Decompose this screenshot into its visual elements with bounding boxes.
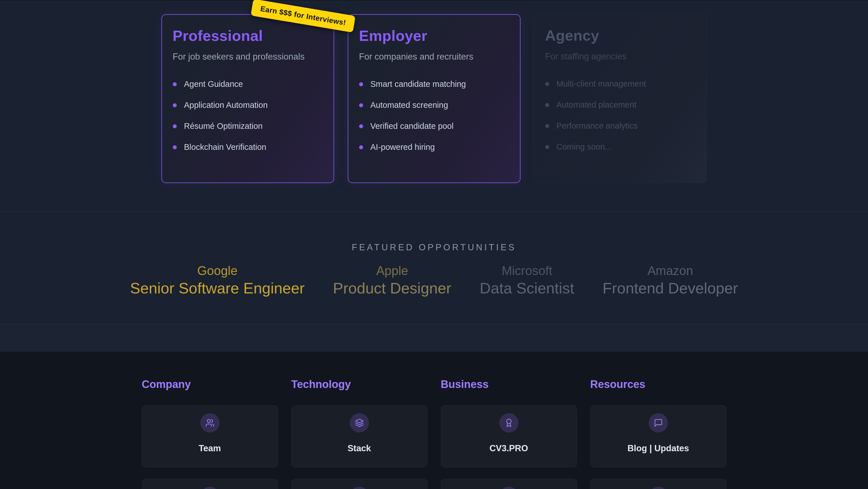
landing-page: Earn $$$ for Interviews! Professional Fo… — [0, 0, 868, 489]
plan-feature-label: Automated screening — [370, 100, 448, 110]
plan-feature: Multi-client management — [545, 79, 696, 89]
plan-card-agency: Agency For staffing agencies Multi-clien… — [534, 14, 707, 183]
featured-heading: FEATURED OPPORTUNITIES — [0, 212, 868, 253]
plan-feature: Automated screening — [359, 100, 509, 110]
bullet-dot-icon — [173, 103, 177, 107]
featured-opportunities-section: FEATURED OPPORTUNITIES Google Senior Sof… — [0, 212, 868, 324]
award-icon — [504, 418, 514, 427]
footer-card-partial[interactable] — [291, 479, 428, 489]
footer-card-cv3pro[interactable]: CV3.PRO — [441, 405, 577, 467]
job-company: Apple — [333, 264, 451, 278]
bullet-dot-icon — [359, 124, 363, 128]
footer-card-partial[interactable] — [590, 479, 726, 489]
plans-row: Professional For job seekers and profess… — [0, 1, 868, 183]
plan-feature: Application Automation — [173, 100, 323, 110]
bullet-dot-icon — [359, 82, 363, 86]
message-square-icon — [654, 418, 663, 427]
plan-feature: Automated placement — [545, 100, 696, 110]
featured-job-amazon[interactable]: Amazon Frontend Developer — [602, 264, 738, 297]
plan-feature-label: Blockchain Verification — [184, 142, 266, 152]
plan-feature-label: Agent Guidance — [184, 80, 243, 89]
plan-feature-label: Multi-client management — [557, 79, 646, 89]
plan-feature: Smart candidate matching — [359, 80, 509, 89]
plan-description: For staffing agencies — [545, 51, 696, 62]
bullet-dot-icon — [359, 103, 363, 107]
plan-description: For companies and recruiters — [359, 52, 509, 62]
job-company: Amazon — [602, 264, 738, 278]
footer-card-label: Blog | Updates — [627, 443, 689, 454]
plan-feature-label: Résumé Optimization — [184, 121, 263, 131]
footer-card-partial[interactable] — [441, 479, 577, 489]
icon-circle — [200, 413, 220, 433]
bullet-dot-icon — [545, 103, 549, 107]
plan-feature-label: Coming soon... — [557, 142, 612, 151]
plan-card-employer[interactable]: Employer For companies and recruiters Sm… — [348, 14, 521, 183]
footer-column-header: Company — [142, 378, 278, 391]
job-company: Google — [130, 264, 304, 278]
plan-card-professional[interactable]: Professional For job seekers and profess… — [161, 14, 334, 183]
footer-column-technology: Technology Stack — [291, 378, 428, 489]
plan-feature-list: Smart candidate matching Automated scree… — [359, 80, 509, 152]
footer-column-header: Business — [441, 378, 577, 391]
spacer-band — [0, 324, 868, 352]
bullet-dot-icon — [545, 82, 549, 86]
footer-card-team[interactable]: Team — [142, 405, 278, 467]
layers-icon — [355, 418, 364, 427]
featured-job-google[interactable]: Google Senior Software Engineer — [130, 264, 304, 297]
plan-feature-label: Application Automation — [184, 100, 268, 110]
users-icon — [205, 418, 214, 427]
plan-feature: Coming soon... — [545, 142, 696, 151]
footer-column-resources: Resources Blog | Updates — [590, 378, 726, 489]
icon-circle — [649, 487, 668, 489]
footer-column-company: Company Team — [142, 378, 278, 489]
plans-section: Earn $$$ for Interviews! Professional Fo… — [0, 0, 868, 212]
job-company: Microsoft — [480, 264, 574, 278]
bullet-dot-icon — [545, 124, 549, 128]
footer-card-label: CV3.PRO — [489, 443, 528, 454]
featured-job-apple[interactable]: Apple Product Designer — [333, 264, 451, 297]
footer: Company Team — [0, 352, 868, 489]
footer-grid: Company Team — [142, 378, 726, 489]
job-title: Frontend Developer — [602, 279, 738, 297]
plan-title: Employer — [359, 27, 509, 44]
plan-feature-label: Automated placement — [557, 100, 637, 110]
featured-jobs-row: Google Senior Software Engineer Apple Pr… — [0, 264, 868, 297]
job-title: Data Scientist — [480, 279, 574, 297]
icon-circle — [649, 413, 668, 433]
plan-feature: Blockchain Verification — [173, 142, 323, 152]
plan-feature-label: Verified candidate pool — [370, 121, 454, 131]
icon-circle — [499, 487, 519, 489]
icon-circle — [350, 487, 369, 489]
footer-card-partial[interactable] — [142, 479, 278, 489]
plan-feature-list: Multi-client management Automated placem… — [545, 79, 696, 151]
plan-feature: AI-powered hiring — [359, 142, 509, 152]
plan-description: For job seekers and professionals — [173, 52, 323, 62]
icon-circle — [350, 413, 369, 433]
plan-feature: Performance analytics — [545, 121, 696, 131]
footer-card-label: Stack — [347, 443, 371, 454]
footer-column-header: Resources — [590, 378, 726, 391]
plan-title: Professional — [173, 27, 323, 44]
plan-feature-label: AI-powered hiring — [370, 142, 435, 152]
job-title: Product Designer — [333, 279, 451, 297]
plan-feature: Agent Guidance — [173, 80, 323, 89]
job-title: Senior Software Engineer — [130, 279, 304, 297]
footer-column-header: Technology — [291, 378, 428, 391]
icon-circle — [200, 487, 220, 489]
plan-feature-label: Smart candidate matching — [370, 80, 466, 89]
footer-column-business: Business CV3.PRO — [441, 378, 577, 489]
footer-card-stack[interactable]: Stack — [291, 405, 428, 467]
icon-circle — [499, 413, 519, 433]
bullet-dot-icon — [545, 145, 549, 149]
footer-card-label: Team — [198, 443, 221, 454]
plan-feature: Verified candidate pool — [359, 121, 509, 131]
bullet-dot-icon — [173, 124, 177, 128]
plan-feature-label: Performance analytics — [557, 121, 638, 131]
plan-feature: Résumé Optimization — [173, 121, 323, 131]
bullet-dot-icon — [359, 145, 363, 149]
bullet-dot-icon — [173, 82, 177, 86]
bullet-dot-icon — [173, 145, 177, 149]
footer-card-blog[interactable]: Blog | Updates — [590, 405, 726, 467]
plan-title: Agency — [545, 27, 696, 44]
featured-job-microsoft[interactable]: Microsoft Data Scientist — [480, 264, 574, 297]
